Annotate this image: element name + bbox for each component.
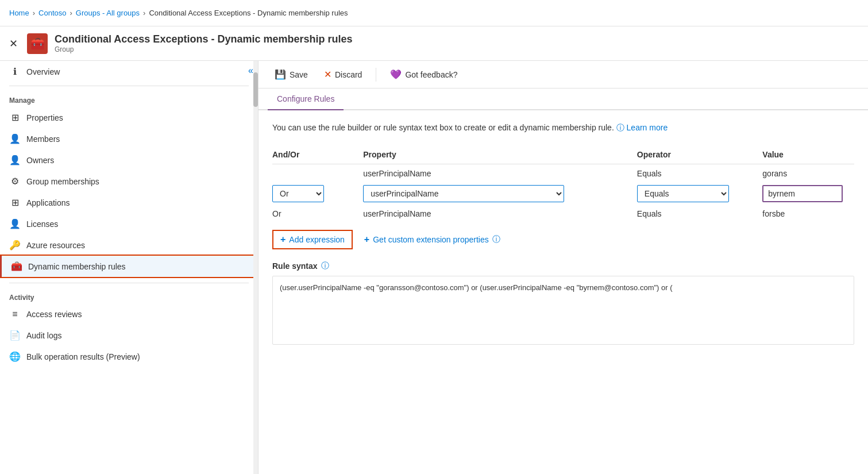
- row3-property: userPrincipalName: [363, 205, 637, 223]
- col-header-property: Property: [363, 145, 637, 164]
- custom-info-icon: ⓘ: [492, 234, 500, 245]
- group-memberships-icon: ⚙: [9, 176, 21, 187]
- breadcrumb-current: Conditional Access Exceptions - Dynamic …: [149, 9, 348, 17]
- feedback-label: Got feedback?: [405, 70, 457, 79]
- syntax-info-icon: ⓘ: [321, 261, 329, 271]
- plus-icon: +: [280, 234, 286, 245]
- save-label: Save: [290, 70, 308, 79]
- row2-property[interactable]: userPrincipalName: [363, 183, 637, 205]
- sidebar-item-label: Members: [26, 134, 60, 144]
- applications-icon: ⊞: [9, 197, 21, 208]
- sidebar-item-label: Applications: [26, 198, 70, 207]
- sidebar-item-label: Bulk operation results (Preview): [26, 352, 140, 361]
- owners-icon: 👤: [9, 155, 21, 165]
- sidebar-item-label: Dynamic membership rules: [28, 262, 126, 271]
- breadcrumb-home[interactable]: Home: [9, 9, 29, 17]
- rule-syntax-box[interactable]: (user.userPrincipalName -eq "goransson@c…: [272, 276, 854, 345]
- discard-button[interactable]: ✕ Discard: [317, 65, 369, 83]
- tab-configure-rules[interactable]: Configure Rules: [268, 88, 344, 110]
- table-row: Or And userPrincipalName Equals: [272, 183, 854, 205]
- add-expression-button[interactable]: + Add expression: [272, 230, 353, 249]
- dynamic-membership-icon: 🧰: [11, 261, 22, 272]
- sidebar-item-applications[interactable]: ⊞ Applications: [0, 192, 258, 213]
- row1-andor: [272, 164, 363, 183]
- info-icon: ℹ: [9, 66, 21, 77]
- sidebar-item-label: Properties: [26, 113, 63, 122]
- andor-select[interactable]: Or And: [272, 185, 324, 202]
- rule-table: And/Or Property Operator Value userPrinc…: [272, 145, 854, 223]
- properties-icon: ⊞: [9, 112, 21, 123]
- row1-operator: Equals: [637, 164, 763, 183]
- azure-resources-icon: 🔑: [9, 240, 21, 251]
- sidebar-collapse-button[interactable]: «: [248, 65, 253, 76]
- sidebar-item-label: Group memberships: [26, 177, 99, 186]
- info-icon: ⓘ: [616, 123, 624, 132]
- page-title: Conditional Access Exceptions - Dynamic …: [55, 33, 352, 45]
- row3-value: forsbe: [762, 205, 854, 223]
- sidebar: « ℹ Overview Manage ⊞ Properties 👤 Membe…: [0, 61, 259, 474]
- row1-value: gorans: [762, 164, 854, 183]
- save-icon: 💾: [275, 69, 286, 80]
- manage-section-label: Manage: [0, 90, 258, 107]
- sidebar-item-azure-resources[interactable]: 🔑 Azure resources: [0, 234, 258, 256]
- sidebar-item-label: Licenses: [26, 219, 58, 229]
- sidebar-item-overview[interactable]: ℹ Overview: [0, 61, 258, 82]
- bulk-operation-icon: 🌐: [9, 351, 21, 362]
- row1-property: userPrincipalName: [363, 164, 637, 183]
- close-button[interactable]: ✕: [9, 37, 18, 50]
- sidebar-item-label: Overview: [26, 67, 60, 76]
- sidebar-item-members[interactable]: 👤 Members: [0, 128, 258, 149]
- property-select[interactable]: userPrincipalName: [363, 185, 564, 202]
- rule-content: You can use the rule builder or rule syn…: [259, 110, 868, 474]
- toolbar-divider: [376, 68, 376, 82]
- row3-andor: Or: [272, 205, 363, 223]
- custom-plus-icon: +: [364, 234, 369, 245]
- sidebar-item-label: Access reviews: [26, 310, 82, 319]
- row2-andor[interactable]: Or And: [272, 183, 363, 205]
- rule-syntax-label: Rule syntax ⓘ: [272, 261, 854, 271]
- add-expression-label: Add expression: [289, 235, 345, 244]
- licenses-icon: 👤: [9, 218, 21, 229]
- actions-row: + Add expression + Get custom extension …: [272, 230, 854, 249]
- table-row: userPrincipalName Equals gorans: [272, 164, 854, 183]
- sidebar-item-label: Azure resources: [26, 241, 85, 250]
- sidebar-item-dynamic-membership-rules[interactable]: 🧰 Dynamic membership rules: [0, 256, 258, 277]
- sidebar-item-licenses[interactable]: 👤 Licenses: [0, 213, 258, 234]
- col-header-operator: Operator: [637, 145, 763, 164]
- table-row: Or userPrincipalName Equals forsbe: [272, 205, 854, 223]
- feedback-icon: 💜: [390, 69, 402, 80]
- sidebar-item-label: Audit logs: [26, 331, 61, 340]
- breadcrumb: Home › Contoso › Groups - All groups › C…: [0, 0, 868, 26]
- page-icon: [27, 33, 48, 54]
- sidebar-item-owners[interactable]: 👤 Owners: [0, 149, 258, 171]
- info-text: You can use the rule builder or rule syn…: [272, 122, 854, 134]
- discard-label: Discard: [335, 70, 362, 79]
- row2-operator[interactable]: Equals Not Equals Contains: [637, 183, 763, 205]
- feedback-button[interactable]: 💜 Got feedback?: [383, 65, 464, 83]
- discard-icon: ✕: [324, 69, 331, 80]
- sidebar-item-group-memberships[interactable]: ⚙ Group memberships: [0, 171, 258, 192]
- save-button[interactable]: 💾 Save: [268, 65, 315, 83]
- get-custom-extension-button[interactable]: + Get custom extension properties ⓘ: [364, 234, 500, 245]
- breadcrumb-groups[interactable]: Groups - All groups: [76, 9, 140, 17]
- sidebar-item-bulk-operation[interactable]: 🌐 Bulk operation results (Preview): [0, 346, 258, 367]
- col-header-value: Value: [762, 145, 854, 164]
- row2-value[interactable]: [762, 183, 854, 205]
- custom-extension-label: Get custom extension properties: [373, 235, 489, 244]
- value-input[interactable]: [762, 185, 843, 202]
- tabs: Configure Rules: [259, 88, 868, 110]
- learn-more-link[interactable]: Learn more: [627, 123, 668, 132]
- row3-operator: Equals: [637, 205, 763, 223]
- breadcrumb-contoso[interactable]: Contoso: [38, 9, 66, 17]
- audit-logs-icon: 📄: [9, 330, 21, 341]
- content-area: 💾 Save ✕ Discard 💜 Got feedback? Configu…: [259, 61, 868, 474]
- access-reviews-icon: ≡: [9, 309, 21, 319]
- col-header-andor: And/Or: [272, 145, 363, 164]
- sidebar-item-label: Owners: [26, 156, 54, 165]
- sidebar-item-audit-logs[interactable]: 📄 Audit logs: [0, 325, 258, 346]
- title-bar: ✕ Conditional Access Exceptions - Dynami…: [0, 26, 868, 61]
- sidebar-item-access-reviews[interactable]: ≡ Access reviews: [0, 304, 258, 325]
- operator-select[interactable]: Equals Not Equals Contains: [637, 185, 729, 202]
- sidebar-item-properties[interactable]: ⊞ Properties: [0, 107, 258, 128]
- rule-syntax-section: Rule syntax ⓘ (user.userPrincipalName -e…: [272, 261, 854, 345]
